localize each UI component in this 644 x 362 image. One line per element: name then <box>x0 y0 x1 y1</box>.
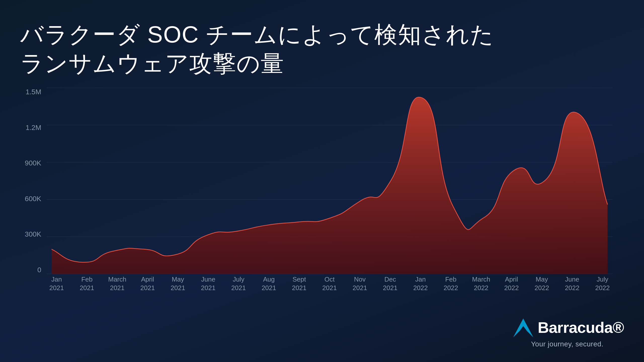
chart-inner <box>47 88 613 274</box>
y-axis-label: 0 <box>37 266 41 274</box>
page: バラクーダ SOC チームによって検知された ランサムウェア攻撃の量 0300K… <box>0 0 644 362</box>
y-axis: 0300K600K900K1.2M1.5M <box>20 88 45 274</box>
x-axis-label: Sept2021 <box>289 275 309 292</box>
x-axis-label: Aug2021 <box>259 275 279 292</box>
x-axis: Jan2021Feb2021March2021April2021May2021J… <box>47 275 613 292</box>
x-axis-label: June2022 <box>562 275 582 292</box>
x-axis-label: March2021 <box>107 275 127 292</box>
x-axis-label: Feb2022 <box>441 275 461 292</box>
x-axis-label: May2022 <box>532 275 552 292</box>
logo-tagline: Your journey, secured. <box>531 340 603 348</box>
x-axis-label: Oct2021 <box>319 275 340 292</box>
barracuda-logo-icon <box>511 316 533 339</box>
x-axis-label: March2022 <box>471 275 491 292</box>
area-chart-svg <box>47 88 613 274</box>
y-axis-label: 300K <box>25 230 41 238</box>
chart-area: 0300K600K900K1.2M1.5M <box>20 88 619 294</box>
logo-brand: Barracuda® <box>538 319 624 336</box>
logo-area: Barracuda® Your journey, secured. <box>511 316 624 348</box>
x-axis-label: April2022 <box>501 275 521 292</box>
y-axis-label: 1.2M <box>26 124 41 132</box>
x-axis-label: May2021 <box>168 275 188 292</box>
x-axis-label: Dec2021 <box>380 275 400 292</box>
y-axis-label: 900K <box>25 159 41 167</box>
x-axis-label: June2021 <box>198 275 218 292</box>
x-axis-label: Jan2021 <box>47 275 67 292</box>
x-axis-label: April2021 <box>138 275 158 292</box>
x-axis-label: Nov2021 <box>350 275 370 292</box>
svg-marker-0 <box>513 319 533 337</box>
y-axis-label: 1.5M <box>26 88 41 96</box>
x-axis-label: Feb2021 <box>77 275 97 292</box>
x-axis-label: July2022 <box>592 275 613 292</box>
page-title: バラクーダ SOC チームによって検知された ランサムウェア攻撃の量 <box>20 20 624 78</box>
x-axis-label: July2021 <box>228 275 249 292</box>
x-axis-label: Jan2022 <box>411 275 431 292</box>
y-axis-label: 600K <box>25 195 41 203</box>
logo-row: Barracuda® <box>511 316 624 339</box>
